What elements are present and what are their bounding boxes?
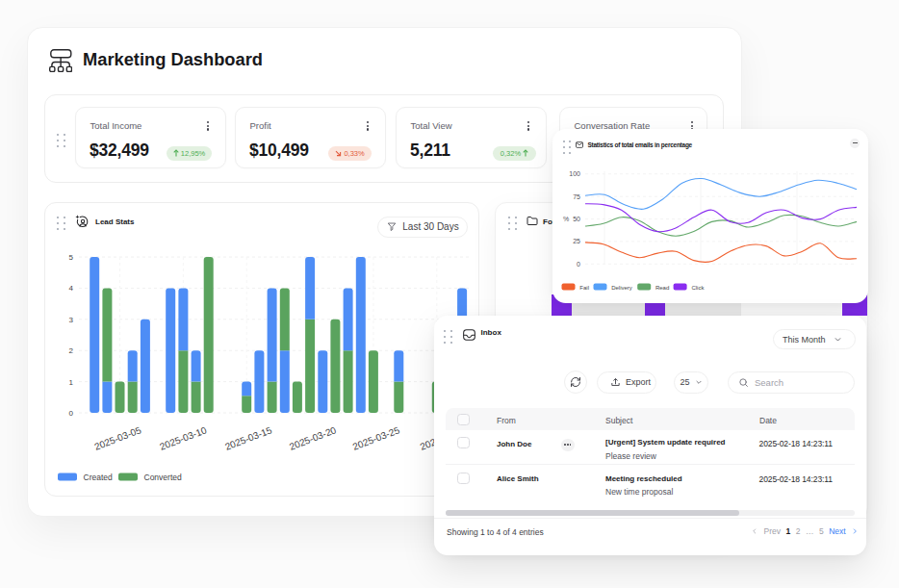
- svg-text:2025-03-15: 2025-03-15: [223, 424, 273, 452]
- svg-text:50: 50: [573, 216, 580, 222]
- svg-text:Converted: Converted: [144, 473, 182, 482]
- svg-text:2025-03-25: 2025-03-25: [351, 424, 401, 452]
- svg-text:0: 0: [69, 409, 74, 418]
- svg-text:5: 5: [69, 253, 74, 262]
- svg-text:2025-03-05: 2025-03-05: [92, 424, 142, 452]
- svg-text:2: 2: [69, 346, 74, 355]
- svg-text:Created: Created: [84, 473, 114, 482]
- svg-text:1: 1: [69, 378, 74, 387]
- svg-text:%: %: [563, 216, 569, 222]
- svg-text:75: 75: [573, 193, 580, 200]
- svg-text:25: 25: [573, 238, 580, 244]
- svg-text:3: 3: [69, 316, 74, 324]
- svg-text:4: 4: [69, 284, 74, 293]
- svg-text:Fail: Fail: [579, 285, 589, 291]
- svg-text:2025-03-10: 2025-03-10: [158, 424, 208, 452]
- svg-text:0: 0: [577, 261, 580, 268]
- svg-text:2025-03-20: 2025-03-20: [288, 424, 338, 452]
- svg-text:Click: Click: [691, 285, 705, 291]
- svg-text:100: 100: [569, 170, 580, 177]
- svg-text:Read: Read: [655, 285, 669, 291]
- svg-text:Delivery: Delivery: [611, 285, 632, 291]
